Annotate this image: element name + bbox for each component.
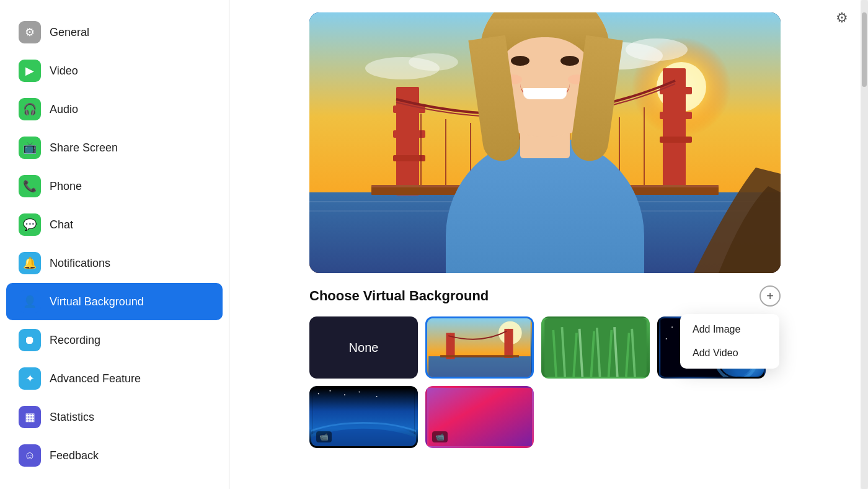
background-grid-row2: 📹 📹 [309,386,781,448]
svg-rect-20 [660,137,692,143]
phone-icon: 📞 [19,175,41,197]
general-label: General [50,26,89,39]
svg-rect-19 [660,112,692,119]
sidebar-item-advanced-feature[interactable]: ✦Advanced Feature [6,360,223,397]
choose-background-section: Choose Virtual Background + Add Image Ad… [309,285,781,307]
general-icon: ⚙ [19,21,41,43]
sidebar-item-phone[interactable]: 📞Phone [6,168,223,205]
recording-label: Recording [50,334,100,347]
feedback-icon: ☺ [19,444,41,467]
sidebar-item-notifications[interactable]: 🔔Notifications [6,244,223,282]
add-video-item[interactable]: Add Video [680,341,779,365]
svg-point-72 [359,392,360,393]
none-label: None [349,341,379,355]
settings-gear-icon[interactable]: ⚙ [836,10,848,26]
sidebar-item-general[interactable]: ⚙General [6,14,223,51]
chat-icon: 💬 [19,213,41,236]
notifications-icon: 🔔 [19,252,41,274]
background-none[interactable]: None [309,316,418,379]
add-dropdown-menu: Add Image Add Video [680,314,779,369]
notifications-label: Notifications [50,257,110,270]
video-label: Video [50,65,78,78]
svg-rect-38 [504,329,509,358]
svg-rect-35 [428,356,531,377]
svg-rect-39 [508,329,513,358]
sidebar: ⚙General▶Video🎧Audio📺Share Screen📞Phone💬… [0,0,229,489]
video-badge-purple: 📹 [432,431,448,442]
recording-icon: ⏺ [19,329,41,351]
sidebar-item-chat[interactable]: 💬Chat [6,206,223,243]
scrollbar[interactable] [861,0,868,489]
sidebar-item-feedback[interactable]: ☺Feedback [6,437,223,474]
sidebar-item-share-screen[interactable]: 📺Share Screen [6,129,223,166]
video-badge-earth: 📹 [316,431,332,442]
grass-thumb-svg [543,318,648,377]
video-icon: ▶ [19,60,41,82]
background-bridge[interactable] [425,316,534,379]
section-title: Choose Virtual Background [309,288,489,304]
svg-rect-41 [544,318,647,377]
background-grass[interactable] [541,316,650,379]
svg-point-73 [376,396,378,397]
advanced-feature-icon: ✦ [19,367,41,390]
svg-point-59 [666,338,667,339]
svg-point-53 [671,326,673,328]
audio-icon: 🎧 [19,98,41,120]
svg-point-69 [318,393,319,394]
scrollbar-thumb[interactable] [862,12,867,87]
sidebar-item-audio[interactable]: 🎧Audio [6,91,223,128]
feedback-label: Feedback [50,449,99,462]
add-image-item[interactable]: Add Image [680,318,779,341]
statistics-icon: ▦ [19,406,41,428]
main-content: ⚙ [229,0,861,489]
add-background-button[interactable]: + Add Image Add Video [760,285,781,307]
svg-rect-15 [393,155,425,161]
background-earth[interactable]: 📹 [309,386,418,448]
preview-container [309,12,781,273]
phone-label: Phone [50,180,82,193]
svg-point-71 [344,394,345,395]
sidebar-item-video[interactable]: ▶Video [6,52,223,89]
virtual-background-label: Virtual Background [50,295,144,308]
sidebar-item-virtual-background[interactable]: 👤Virtual Background [6,283,223,320]
svg-rect-14 [393,130,425,138]
sidebar-item-recording[interactable]: ⏺Recording [6,321,223,359]
advanced-feature-label: Advanced Feature [50,372,141,385]
share-screen-label: Share Screen [50,141,118,155]
share-screen-icon: 📺 [19,137,41,159]
svg-rect-13 [393,105,425,113]
person-preview [427,25,663,273]
background-purple[interactable]: 📹 [425,386,534,448]
svg-point-70 [330,390,331,392]
bridge-thumb-svg [427,318,532,377]
chat-label: Chat [50,218,73,231]
svg-rect-40 [440,355,519,357]
audio-label: Audio [50,103,78,116]
add-icon: + [766,289,774,303]
statistics-label: Statistics [50,411,94,424]
virtual-background-icon: 👤 [19,290,41,313]
sidebar-item-statistics[interactable]: ▦Statistics [6,398,223,436]
